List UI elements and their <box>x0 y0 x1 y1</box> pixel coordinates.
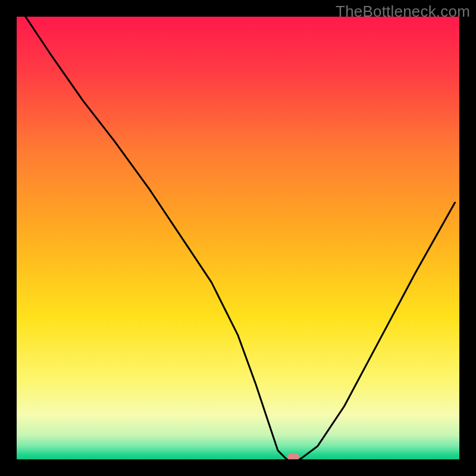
bottleneck-chart: TheBottleneck.com <box>0 0 476 476</box>
plot-area <box>17 17 459 459</box>
bottleneck-curve <box>17 17 459 459</box>
optimum-marker <box>287 453 299 459</box>
